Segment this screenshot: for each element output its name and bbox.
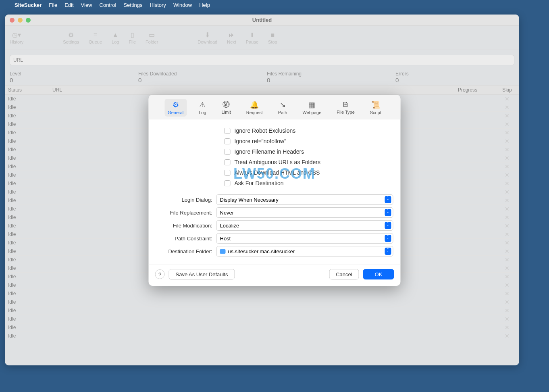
skip-button[interactable]: ✕	[495, 120, 519, 128]
skip-button[interactable]: ✕	[495, 222, 519, 230]
tab-webpage[interactable]: ▦Webpage	[299, 99, 324, 117]
table-row: Idle✕	[5, 323, 519, 332]
folder-button[interactable]: ▭Folder	[146, 31, 158, 44]
stop-button[interactable]: ■Stop	[268, 31, 277, 44]
ignore-robot-checkbox[interactable]	[225, 128, 231, 134]
log-button[interactable]: ▲Log	[112, 31, 119, 44]
ignore-robot-label: Ignore Robot Exclusions	[235, 127, 296, 134]
tab-script[interactable]: 📜Script	[367, 99, 385, 117]
ask-destination-checkbox[interactable]	[225, 180, 231, 186]
url-input[interactable]	[10, 55, 514, 65]
skip-button[interactable]: ✕	[495, 171, 519, 179]
skip-button[interactable]: ✕	[495, 196, 519, 204]
menu-help[interactable]: Help	[199, 2, 210, 8]
limit-icon: ㊿	[223, 100, 230, 109]
skip-button[interactable]: ✕	[495, 154, 519, 162]
col-skip[interactable]: Skip	[495, 85, 519, 94]
skip-button[interactable]: ✕	[495, 281, 519, 289]
menu-settings[interactable]: Settings	[123, 2, 142, 8]
skip-button[interactable]: ✕	[495, 332, 519, 340]
ignore-nofollow-label: Ignore rel="nofollow"	[235, 138, 287, 144]
menu-view[interactable]: View	[81, 2, 92, 8]
chevron-updown-icon: ˄˅	[385, 209, 391, 216]
downloaded-value: 0	[138, 77, 257, 83]
skip-button[interactable]: ✕	[495, 315, 519, 323]
menu-control[interactable]: Control	[100, 2, 116, 8]
ambiguous-urls-checkbox[interactable]	[225, 159, 231, 165]
menu-file[interactable]: File	[49, 2, 57, 8]
row-status: Idle	[5, 112, 49, 119]
menu-edit[interactable]: Edit	[64, 2, 73, 8]
skip-button[interactable]: ✕	[495, 290, 519, 298]
save-defaults-button[interactable]: Save As User Defaults	[169, 269, 235, 279]
tab-general[interactable]: ⚙General	[164, 99, 187, 117]
next-button[interactable]: ⏭Next	[227, 31, 236, 44]
file-button[interactable]: ▯File	[129, 31, 136, 44]
ok-button[interactable]: OK	[363, 269, 394, 279]
cancel-button[interactable]: Cancel	[329, 269, 359, 279]
settings-button[interactable]: ⚙Settings	[63, 31, 79, 44]
row-status: Idle	[5, 129, 49, 136]
skip-button[interactable]: ✕	[495, 188, 519, 196]
skip-button[interactable]: ✕	[495, 112, 519, 120]
skip-button[interactable]: ✕	[495, 256, 519, 264]
row-progress	[455, 166, 495, 167]
skip-button[interactable]: ✕	[495, 129, 519, 137]
skip-button[interactable]: ✕	[495, 205, 519, 213]
skip-button[interactable]: ✕	[495, 323, 519, 332]
pause-button[interactable]: ⏸Pause	[246, 31, 258, 44]
skip-button[interactable]: ✕	[495, 230, 519, 238]
row-status: Idle	[5, 315, 49, 323]
ambiguous-urls-label: Treat Ambiguous URLs as Folders	[235, 159, 320, 165]
menu-history[interactable]: History	[150, 2, 166, 8]
dialog-tabs: ⚙General ⚠Log ㊿Limit 🔔Request ↘Path ▦Web…	[149, 95, 401, 119]
skip-button[interactable]: ✕	[495, 247, 519, 255]
row-status: Idle	[5, 95, 49, 102]
skip-button[interactable]: ✕	[495, 179, 519, 188]
file-icon: ▯	[131, 31, 134, 39]
destination-folder-select[interactable]: us.sitesucker.mac.sitesucker˄˅	[216, 246, 393, 256]
always-download-checkbox[interactable]	[225, 170, 231, 176]
warning-icon: ▲	[112, 31, 119, 39]
ignore-nofollow-checkbox[interactable]	[225, 138, 231, 144]
skip-button[interactable]: ✕	[495, 264, 519, 272]
tab-request[interactable]: 🔔Request	[243, 99, 266, 117]
path-constraint-select[interactable]: Host˄˅	[216, 233, 393, 244]
skip-button[interactable]: ✕	[495, 213, 519, 221]
row-status: Idle	[5, 265, 49, 272]
ignore-filename-checkbox[interactable]	[225, 149, 231, 155]
skip-button[interactable]: ✕	[495, 103, 519, 111]
skip-button[interactable]: ✕	[495, 137, 519, 145]
skip-button[interactable]: ✕	[495, 307, 519, 315]
skip-button[interactable]: ✕	[495, 163, 519, 171]
login-dialog-select[interactable]: Display When Necessary˄˅	[216, 194, 393, 205]
tab-path[interactable]: ↘Path	[275, 99, 291, 117]
menu-window[interactable]: Window	[173, 2, 192, 8]
file-modification-select[interactable]: Localize˄˅	[216, 220, 393, 231]
row-progress	[455, 250, 495, 252]
skip-button[interactable]: ✕	[495, 95, 519, 103]
row-status: Idle	[5, 214, 49, 221]
folder-icon: ▭	[149, 31, 155, 39]
skip-button[interactable]: ✕	[495, 146, 519, 154]
tab-limit[interactable]: ㊿Limit	[218, 99, 234, 117]
row-progress	[455, 318, 495, 320]
file-modification-label: File Modification:	[156, 223, 212, 229]
file-replacement-select[interactable]: Never˄˅	[216, 207, 393, 218]
tab-filetype[interactable]: 🗎File Type	[333, 99, 358, 117]
col-status[interactable]: Status	[5, 85, 49, 94]
app-menu[interactable]: SiteSucker	[15, 2, 42, 8]
errors-value: 0	[395, 77, 514, 83]
tab-log[interactable]: ⚠Log	[195, 99, 209, 117]
skip-button[interactable]: ✕	[495, 273, 519, 281]
queue-button[interactable]: ≡Queue	[89, 31, 102, 44]
skip-button[interactable]: ✕	[495, 298, 519, 306]
history-button[interactable]: ◷▾History	[10, 31, 23, 44]
download-button[interactable]: ⬇Download	[198, 31, 217, 44]
col-url[interactable]: URL	[49, 85, 455, 94]
skip-button[interactable]: ✕	[495, 239, 519, 247]
row-status: Idle	[5, 171, 49, 179]
help-button[interactable]: ?	[155, 269, 165, 279]
row-progress	[455, 140, 495, 142]
col-progress[interactable]: Progress	[455, 85, 495, 94]
